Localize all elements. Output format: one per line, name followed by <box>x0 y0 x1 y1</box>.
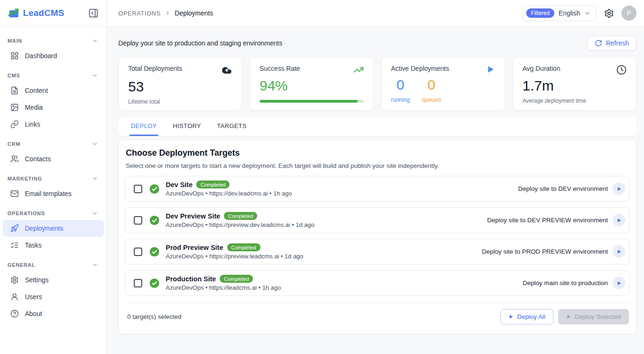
app-root: LeadCMS MAIN Dashboard <box>0 0 644 354</box>
gear-icon <box>604 8 614 18</box>
stat-title: Total Deployments <box>128 65 182 72</box>
nav-section-label: GENERAL <box>8 262 35 268</box>
deploy-play-button[interactable] <box>613 214 625 226</box>
queued-count: 0 <box>428 77 436 93</box>
running-count: 0 <box>397 77 405 93</box>
stat-value-avg-duration: 1.7m <box>522 78 627 94</box>
app-title: LeadCMS <box>23 8 64 18</box>
nav-section-label: MAIN <box>8 38 22 44</box>
leadcms-logo[interactable]: LeadCMS <box>8 7 64 19</box>
play-icon <box>486 65 495 74</box>
nav-section-header-general[interactable]: GENERAL <box>0 257 107 271</box>
play-icon <box>616 249 622 255</box>
target-meta: AzureDevOps • https://preview.dev.leadcm… <box>166 221 487 228</box>
check-circle-icon <box>149 278 160 288</box>
deploy-play-button[interactable] <box>613 277 625 289</box>
target-checkbox[interactable] <box>134 216 142 225</box>
nav-section-operations: OPERATIONS Deployments Tasks <box>0 206 107 254</box>
main-area: OPERATIONS Deployments Filtered English <box>107 0 644 354</box>
nav-section-header-main[interactable]: MAIN <box>0 33 107 47</box>
user-avatar[interactable]: P <box>621 6 636 21</box>
target-meta: AzureDevOps • https://dev.leadcms.ai • 1… <box>166 190 518 197</box>
nav-section-label: CRM <box>8 141 20 147</box>
play-icon <box>508 314 514 319</box>
target-checkbox[interactable] <box>134 279 142 287</box>
success-rate-progress-track <box>260 100 364 103</box>
deploy-selected-button[interactable]: Deploy Selected <box>558 309 629 324</box>
panel-subtitle: Select one or more targets to start a ne… <box>125 162 630 169</box>
sidebar-item-tasks[interactable]: Tasks <box>3 237 104 254</box>
chevron-down-icon <box>92 262 98 268</box>
target-action: Deploy site to DEV PREVIEW environment <box>487 214 625 226</box>
tab-targets[interactable]: TARGETS <box>215 117 248 136</box>
sidebar-item-links[interactable]: Links <box>3 116 104 133</box>
deploy-play-button[interactable] <box>613 245 625 258</box>
sidebar-item-contacts[interactable]: Contacts <box>3 151 104 167</box>
check-circle-icon <box>149 247 160 257</box>
sidebar-item-deployments[interactable]: Deployments <box>3 220 104 237</box>
target-checkbox[interactable] <box>134 248 142 256</box>
dashboard-icon <box>10 52 19 60</box>
deploy-selected-label: Deploy Selected <box>575 313 621 320</box>
sidebar-item-label: Deployments <box>25 225 63 232</box>
target-action-text: Deploy site to DEV environment <box>518 185 608 192</box>
tab-history[interactable]: HISTORY <box>171 117 202 136</box>
user-icon <box>10 293 19 301</box>
target-action: Deploy site to PROD PREVIEW environment <box>482 245 625 258</box>
stat-subtitle: Lifetime total <box>128 98 232 105</box>
sidebar-header: LeadCMS <box>0 0 107 27</box>
deploy-play-button[interactable] <box>613 182 625 195</box>
deploy-all-button[interactable]: Deploy All <box>500 309 553 324</box>
nav-section-label: OPERATIONS <box>8 211 45 216</box>
sidebar-item-settings[interactable]: Settings <box>3 271 104 288</box>
target-action: Deploy main site to production <box>522 277 625 289</box>
nav-section-header-crm[interactable]: CRM <box>0 136 107 151</box>
target-meta: AzureDevOps • https://preview.leadcms.ai… <box>166 253 482 260</box>
breadcrumb-section: OPERATIONS <box>118 10 161 17</box>
target-checkbox[interactable] <box>134 185 142 193</box>
sidebar-item-label: Dashboard <box>25 52 57 60</box>
sidebar-item-about[interactable]: About <box>3 305 104 322</box>
sidebar-item-users[interactable]: Users <box>3 288 104 305</box>
nav-section-header-cms[interactable]: CMS <box>0 68 107 82</box>
clock-icon <box>616 65 627 75</box>
target-name: Dev Preview Site <box>166 212 220 220</box>
target-meta: AzureDevOps • https://leadcms.ai • 1h ag… <box>166 284 522 291</box>
stat-value-success-rate: 94% <box>260 78 364 94</box>
help-circle-icon <box>10 309 19 318</box>
nav-section-header-marketing[interactable]: MARKETING <box>0 171 107 185</box>
play-icon <box>566 314 571 319</box>
gear-icon <box>10 276 19 284</box>
tab-deploy[interactable]: DEPLOY <box>130 117 158 136</box>
deploy-all-label: Deploy All <box>517 313 545 320</box>
settings-gear-button[interactable] <box>604 8 614 18</box>
sidebar-item-dashboard[interactable]: Dashboard <box>3 47 104 64</box>
breadcrumb: OPERATIONS Deployments <box>118 9 213 17</box>
check-circle-icon <box>149 215 160 226</box>
target-action: Deploy site to DEV environment <box>518 182 625 195</box>
trending-up-icon <box>353 65 364 75</box>
sidebar-item-email-templates[interactable]: Email templates <box>3 185 104 202</box>
status-badge: Completed <box>196 181 230 188</box>
sidebar-item-label: Email templates <box>25 190 72 197</box>
target-row-dev-site: Dev Site Completed AzureDevOps • https:/… <box>125 176 630 202</box>
refresh-button[interactable]: Refresh <box>587 36 636 51</box>
nav-section-header-operations[interactable]: OPERATIONS <box>0 206 107 220</box>
chevron-down-icon <box>92 210 98 217</box>
nav-section-general: GENERAL Settings Users <box>0 257 107 322</box>
language-selector[interactable]: Filtered English <box>522 5 597 21</box>
link-icon <box>10 120 19 128</box>
stat-card-total-deployments: Total Deployments 53 Lifetime total <box>118 57 242 111</box>
nav-section-label: MARKETING <box>8 176 42 181</box>
chevron-down-icon <box>92 38 98 44</box>
image-icon <box>10 103 19 112</box>
content-header: Deploy your site to production and stagi… <box>118 36 636 51</box>
tab-bar: DEPLOY HISTORY TARGETS <box>118 117 636 136</box>
target-info: Production Site Completed AzureDevOps • … <box>166 275 522 291</box>
sidebar-collapse-button[interactable] <box>87 7 100 20</box>
sidebar-item-media[interactable]: Media <box>3 99 104 116</box>
play-icon <box>616 280 622 286</box>
chevron-down-icon <box>92 141 98 147</box>
page-content: Deploy your site to production and stagi… <box>107 27 644 354</box>
sidebar-item-content[interactable]: Content <box>3 82 104 99</box>
